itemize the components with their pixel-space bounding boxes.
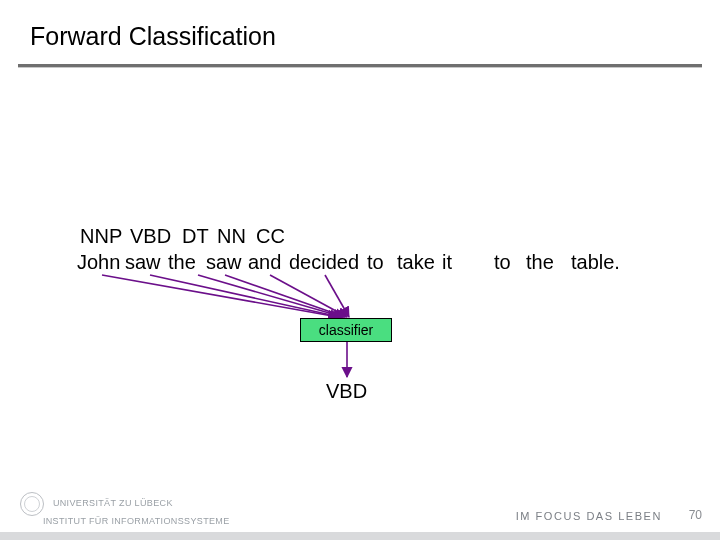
word-the1: the xyxy=(168,251,196,274)
arrow-in-1 xyxy=(102,275,338,317)
arrow-in-3 xyxy=(198,275,343,317)
word-saw2: saw xyxy=(206,251,242,274)
tag-nnp: NNP xyxy=(80,225,122,248)
word-to1: to xyxy=(367,251,384,274)
arrow-in-2 xyxy=(150,275,340,317)
arrow-in-4 xyxy=(225,275,345,317)
word-john: John xyxy=(77,251,120,274)
arrow-in-6 xyxy=(325,275,349,317)
word-saw1: saw xyxy=(125,251,161,274)
word-to2: to xyxy=(494,251,511,274)
output-tag: VBD xyxy=(326,380,367,403)
tag-cc: CC xyxy=(256,225,285,248)
word-table: table. xyxy=(571,251,620,274)
uni-name: UNIVERSITÄT ZU LÜBECK xyxy=(53,498,173,508)
diagram-stage: NNP VBD DT NN CC John saw the saw and de… xyxy=(0,0,720,540)
tag-vbd: VBD xyxy=(130,225,171,248)
classifier-box: classifier xyxy=(300,318,392,342)
tag-dt: DT xyxy=(182,225,209,248)
institute-name: INSTITUT FÜR INFORMATIONSSYSTEME xyxy=(43,516,230,526)
tag-nn: NN xyxy=(217,225,246,248)
footer-bar xyxy=(0,532,720,540)
motto: IM FOCUS DAS LEBEN xyxy=(516,510,662,522)
word-decided: decided xyxy=(289,251,359,274)
seal-icon xyxy=(20,492,44,516)
university-logo: UNIVERSITÄT ZU LÜBECK INSTITUT FÜR INFOR… xyxy=(20,492,230,526)
page-number: 70 xyxy=(689,508,702,522)
word-it: it xyxy=(442,251,452,274)
word-and: and xyxy=(248,251,281,274)
word-the2: the xyxy=(526,251,554,274)
word-take: take xyxy=(397,251,435,274)
arrow-in-5 xyxy=(270,275,347,317)
